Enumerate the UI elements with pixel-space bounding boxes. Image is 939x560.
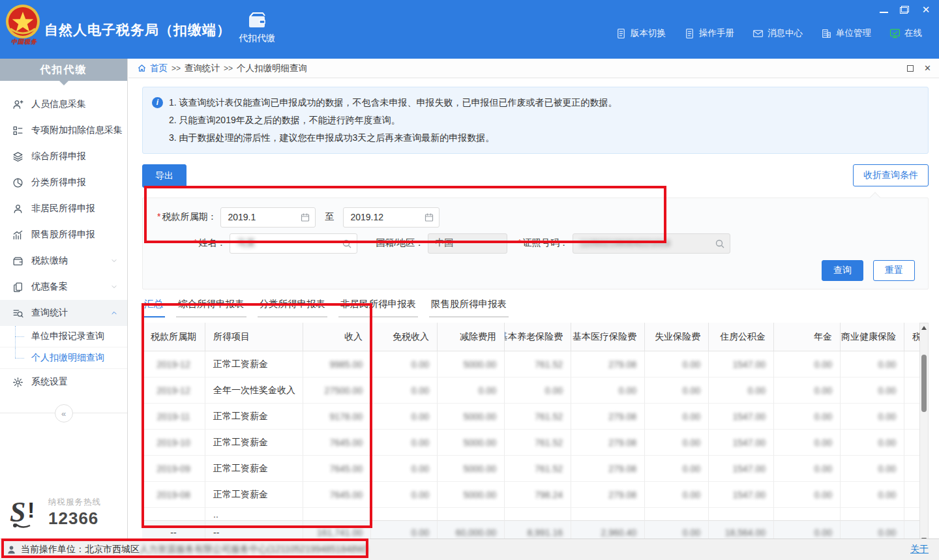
sidebar-item-非居民所得申报[interactable]: 非居民所得申报 [0,196,127,222]
table-cell [645,508,709,520]
period-from-input[interactable]: 2019.1 [220,207,316,228]
home-icon [137,63,147,73]
restore-button[interactable] [900,6,909,14]
table-row-3[interactable]: 2019-11正常工资薪金9178.000.005000.00761.52279… [142,404,919,430]
calendar-icon[interactable] [300,213,310,223]
sidebar-item-专项附加扣除信息采集[interactable]: 专项附加扣除信息采集 [0,117,127,143]
table-cell: .. [205,508,303,520]
chevron-down-icon [110,283,118,291]
column-header-收入: 收入 [303,323,371,351]
table-row-4[interactable]: 2019-10正常工资薪金7645.000.005000.00761.52279… [142,430,919,456]
sidebar-collapse-button[interactable]: « [55,404,73,422]
header-menu: 版本切换操作手册消息中心单位管理在线 [616,27,922,39]
table-cell: 27500.00 [303,377,371,404]
table-cell [904,430,919,456]
table-cell: 0.00 [505,377,571,404]
sidebar-item-查询统计[interactable]: 查询统计 [0,300,127,326]
header-menu-item-2[interactable]: 操作手册 [684,27,734,39]
online-status[interactable]: 在线 [889,27,922,39]
table-cell [709,508,774,520]
sidebar-item-label: 人员信息采集 [31,98,118,110]
table-cell [841,508,904,520]
table-row-5[interactable]: 2019-09正常工资薪金7645.000.005000.00761.52279… [142,456,919,482]
table-row-2[interactable]: 2019-12全年一次性奖金收入27500.000.000.000.000.00… [142,377,919,404]
breadcrumb-item-首页[interactable]: 首页 [150,63,168,73]
svg-text:!: ! [27,497,35,522]
toolbar: 导出 收折查询条件 [142,164,929,188]
table-cell: 0.00 [841,351,904,377]
sidebar-item-label: 查询统计 [31,307,110,319]
sidebar-collapse-row: « [0,404,127,422]
about-link[interactable]: 关于 [910,544,929,555]
scroll-up-arrow[interactable] [920,324,928,332]
header-menu-item-4[interactable]: 单位管理 [821,27,871,39]
header-menu-item-1[interactable]: 版本切换 [616,27,666,39]
table-cell [774,508,841,520]
name-input[interactable]: 马某 [230,233,357,254]
table-cell: 0.00 [841,377,904,404]
sidebar-item-限售股所得申报[interactable]: 限售股所得申报 [0,222,127,248]
table-cell: 0.00 [645,377,709,404]
close-button[interactable]: ✕ [921,5,931,14]
calendar-icon[interactable] [424,213,434,223]
table-row-6[interactable]: 2019-08正常工资薪金7645.000.005000.00798.24279… [142,482,919,508]
table-cell: 0.00 [841,430,904,456]
export-button[interactable]: 导出 [142,164,186,188]
module-tab-label: 代扣代缴 [230,33,284,44]
info-icon: i [152,97,163,108]
mail-icon [753,28,764,39]
table-cell: 0.00 [774,456,841,482]
reset-button[interactable]: 重置 [873,260,915,281]
table-cell: 5000.00 [438,351,505,377]
tab-综合所得申报表[interactable]: 综合所得申报表 [176,298,246,317]
sidebar-item-优惠备案[interactable]: 优惠备案 [0,274,127,300]
sidebar-item-人员信息采集[interactable]: 人员信息采集 [0,91,127,117]
tab-限售股所得申报表[interactable]: 限售股所得申报表 [429,298,509,317]
tab-汇总[interactable]: 汇总 [142,298,165,317]
nationality-input[interactable]: 中国 [428,233,507,254]
table-cell [371,508,438,520]
header-menu-item-3[interactable]: 消息中心 [753,27,803,39]
sidebar-item-分类所得申报[interactable]: 分类所得申报 [0,169,127,196]
table-row-1[interactable]: 2019-12正常工资薪金9985.000.005000.00761.52279… [142,351,919,377]
table-cell: 1547.00 [709,482,774,508]
table-row-clipped: .. [142,508,919,520]
collapse-filter-button[interactable]: 收折查询条件 [853,164,929,186]
table-cell: 0.00 [645,430,709,456]
table-cell [904,508,919,520]
sidebar-item-税款缴纳[interactable]: 税款缴纳 [0,248,127,274]
table-cell: 0.00 [371,404,438,430]
table-cell: 761.52 [505,404,571,430]
sidebar-item-label: 税款缴纳 [31,255,110,267]
minimize-button[interactable] [880,7,888,13]
tab-非居民所得申报表[interactable]: 非居民所得申报表 [338,298,418,317]
panel-window-controls: ✕ [907,63,931,73]
search-button[interactable]: 查询 [822,260,863,281]
table-cell: 5000.00 [438,482,505,508]
panel-maximize-button[interactable] [907,65,914,72]
vertical-scroll-thumb[interactable] [921,355,927,412]
sidebar-subitem-单位申报记录查询[interactable]: 单位申报记录查询 [0,326,127,347]
panel-close-button[interactable]: ✕ [924,63,931,73]
breadcrumb-item-查询统计: 查询统计 [185,63,220,73]
sidebar-subitem-个人扣缴明细查询[interactable]: 个人扣缴明细查询 [0,347,127,369]
sidebar-item-系统设置[interactable]: 系统设置 [0,369,127,395]
vertical-scrollbar[interactable] [919,323,929,545]
sidebar-item-label: 专项附加扣除信息采集 [31,125,123,136]
table-cell: 2019-08 [142,482,205,508]
id-number-input[interactable]: 110502199304221019 [573,233,730,254]
table-cell: 5000.00 [438,430,505,456]
search-icon[interactable] [715,239,725,249]
column-header-商业健康保险: 商业健康保险 [841,323,904,351]
unit-blurred-text: 人力资源服务有限公司服务中心(12110521994851848W) [140,544,368,554]
search-icon[interactable] [342,239,352,249]
tab-分类所得申报表[interactable]: 分类所得申报表 [258,298,328,317]
table-cell: 1547.00 [709,351,774,377]
column-header-基本医疗保险费: 基本医疗保险费 [571,323,645,351]
sidebar-item-综合所得申报[interactable]: 综合所得申报 [0,143,127,169]
table-cell: 0.00 [371,430,438,456]
period-to-input[interactable]: 2019.12 [343,207,440,228]
table-cell: 7645.00 [303,430,371,456]
module-tab-daikou[interactable]: 代扣代缴 [230,11,284,44]
wallet-icon [12,256,23,267]
